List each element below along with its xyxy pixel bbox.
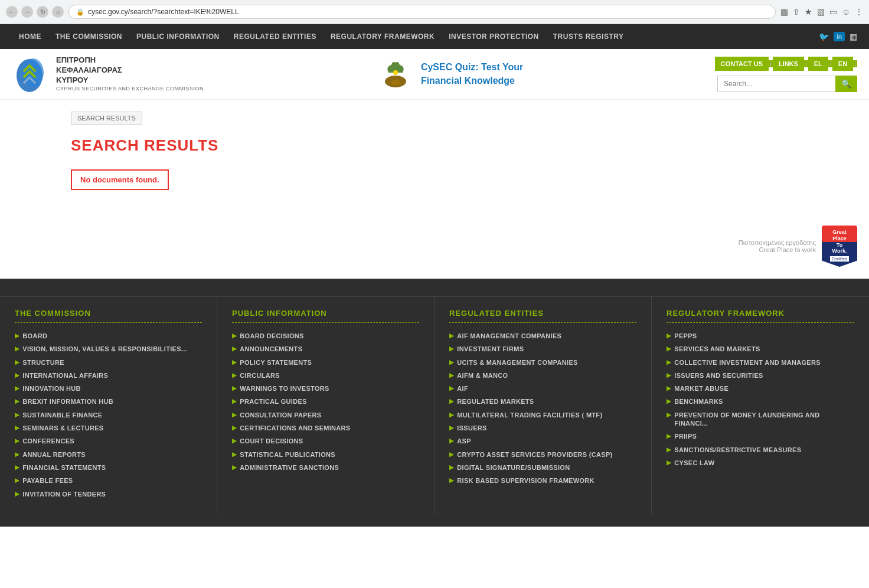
footer-link-2-9[interactable]: ▶CRYPTO ASSET SERVICES PROVIDERS (CASP) <box>449 450 636 459</box>
footer-link-3-8[interactable]: ▶SANCTIONS/RESTRICTIVE MEASURES <box>667 446 854 454</box>
logo-greek-line1: ΕΠΙΤΡΟΠΗ <box>56 55 204 66</box>
profile-icon[interactable]: ☺ <box>842 7 850 17</box>
arrow-icon: ▶ <box>667 411 671 418</box>
footer-link-2-7[interactable]: ▶ISSUERS <box>449 424 636 432</box>
footer-col-title-1: PUBLIC INFORMATION <box>232 309 419 323</box>
nav-regulatory[interactable]: REGULATORY FRAMEWORK <box>324 24 442 49</box>
footer-link-2-6[interactable]: ▶MULTILATERAL TRADING FACILITIES ( MTF) <box>449 411 636 419</box>
arrow-icon: ▶ <box>667 359 671 365</box>
footer-link-0-2[interactable]: ▶STRUCTURE <box>15 358 202 367</box>
footer-link-1-0[interactable]: ▶BOARD DECISIONS <box>232 332 419 340</box>
footer-link-3-3[interactable]: ▶ISSUERS AND SECURITIES <box>667 371 854 380</box>
footer-link-2-3[interactable]: ▶AIFM & MANCO <box>449 371 636 380</box>
footer-link-text: AIF MANAGEMENT COMPANIES <box>457 332 561 340</box>
arrow-icon: ▶ <box>232 345 237 352</box>
header-middle: CySEC Quiz: Test Your Financial Knowledg… <box>204 58 715 90</box>
separator1: | <box>769 60 773 67</box>
search-button[interactable]: 🔍 <box>835 76 857 92</box>
footer-link-0-5[interactable]: ▶BREXIT INFORMATION HUB <box>15 397 202 406</box>
arrow-icon: ▶ <box>15 345 19 352</box>
footer-link-text: CONFERENCES <box>22 437 74 445</box>
footer-link-3-6[interactable]: ▶PREVENTION OF MONEY LAUNDERING AND FINA… <box>667 411 854 428</box>
footer-link-0-3[interactable]: ▶INTERNATIONAL AFFAIRS <box>15 371 202 380</box>
home-button[interactable]: ⌂ <box>52 6 64 18</box>
footer-link-0-12[interactable]: ▶INVITATION OF TENDERS <box>15 490 202 498</box>
en-link[interactable]: EN <box>832 57 853 71</box>
footer-link-1-2[interactable]: ▶POLICY STATEMENTS <box>232 358 419 367</box>
menu-icon[interactable]: ⋮ <box>855 7 863 17</box>
footer-link-3-1[interactable]: ▶SERVICES AND MARKETS <box>667 345 854 353</box>
footer-link-text: BOARD DECISIONS <box>240 332 303 340</box>
footer-link-0-10[interactable]: ▶FINANCIAL STATEMENTS <box>15 463 202 472</box>
contact-us-link[interactable]: CONTACT US <box>715 57 769 71</box>
footer-link-2-11[interactable]: ▶RISK BASED SUPERVISION FRAMEWORK <box>449 476 636 485</box>
browser-action-icons: ▩ ⇧ ★ ▧ ▭ ☺ ⋮ <box>780 7 863 17</box>
window-icon[interactable]: ▭ <box>829 7 837 17</box>
footer-link-3-7[interactable]: ▶PRIIPS <box>667 432 854 440</box>
footer-link-0-11[interactable]: ▶PAYABLE FEES <box>15 476 202 485</box>
footer-link-1-4[interactable]: ▶WARNINGS TO INVESTORS <box>232 384 419 393</box>
search-input[interactable] <box>717 76 835 92</box>
cast-icon[interactable]: ▩ <box>780 7 788 17</box>
reload-button[interactable]: ↻ <box>37 6 48 18</box>
footer-link-3-4[interactable]: ▶MARKET ABUSE <box>667 384 854 393</box>
footer-link-2-8[interactable]: ▶ASP <box>449 437 636 445</box>
links-link[interactable]: LINKS <box>773 57 804 71</box>
browser-nav-buttons[interactable]: ← → ↻ ⌂ <box>6 6 64 18</box>
site-header: ΕΠΙΤΡΟΠΗ ΚΕΦΑΛΑΙΑΓΟΡΑΣ ΚΥΠΡΟΥ CYPRUS SEC… <box>0 49 869 100</box>
extension-icon[interactable]: ▧ <box>817 7 825 17</box>
nav-public-info[interactable]: PUBLIC INFORMATION <box>129 24 227 49</box>
footer-link-1-9[interactable]: ▶STATISTICAL PUBLICATIONS <box>232 450 419 459</box>
back-button[interactable]: ← <box>6 6 18 18</box>
footer-link-0-8[interactable]: ▶CONFERENCES <box>15 437 202 445</box>
nav-trusts[interactable]: TRUSTS REGISTRY <box>546 24 631 49</box>
footer-link-0-4[interactable]: ▶INNOVATION HUB <box>15 384 202 393</box>
bookmark-icon[interactable]: ★ <box>805 7 812 17</box>
nav-investor[interactable]: INVESTOR PROTECTION <box>442 24 546 49</box>
quiz-text[interactable]: CySEC Quiz: Test Your Financial Knowledg… <box>421 61 539 87</box>
footer-link-text: SERVICES AND MARKETS <box>674 345 760 353</box>
footer-link-2-0[interactable]: ▶AIF MANAGEMENT COMPANIES <box>449 332 636 340</box>
footer-link-0-1[interactable]: ▶VISION, MISSION, VALUES & RESPONSIBILIT… <box>15 345 202 353</box>
footer-link-1-10[interactable]: ▶ADMINISTRATIVE SANCTIONS <box>232 463 419 472</box>
footer-col-0: THE COMMISSION▶BOARD▶VISION, MISSION, VA… <box>0 297 217 515</box>
footer-link-1-1[interactable]: ▶ANNOUNCEMENTS <box>232 345 419 353</box>
footer-link-text: CIRCULARS <box>240 371 279 380</box>
footer-link-2-5[interactable]: ▶REGULATED MARKETS <box>449 397 636 406</box>
footer-link-2-10[interactable]: ▶DIGITAL SIGNATURE/SUBMISSION <box>449 463 636 472</box>
twitter-icon[interactable]: 🐦 <box>819 32 829 41</box>
footer-link-3-0[interactable]: ▶PEPPS <box>667 332 854 340</box>
footer-link-2-2[interactable]: ▶UCITS & MANAGEMENT COMPANIES <box>449 358 636 367</box>
separator2: | <box>804 60 808 67</box>
top-links: CONTACT US | LINKS | EL / EN | <box>715 57 857 71</box>
separator4: | <box>853 60 857 67</box>
address-bar[interactable]: 🔒 cysec.gov.cy/search/?searchtext=IKE%20… <box>68 5 776 19</box>
nav-home[interactable]: HOME <box>12 24 48 49</box>
arrow-icon: ▶ <box>15 477 19 484</box>
footer-link-3-9[interactable]: ▶CYSEC LAW <box>667 459 854 467</box>
footer-link-3-2[interactable]: ▶COLLECTIVE INVESTMENT AND MANAGERS <box>667 358 854 367</box>
share-icon[interactable]: ⇧ <box>793 7 800 17</box>
footer-link-1-7[interactable]: ▶CERTIFICATIONS AND SEMINARS <box>232 424 419 432</box>
footer-link-2-1[interactable]: ▶INVESTMENT FIRMS <box>449 345 636 353</box>
footer-link-0-0[interactable]: ▶BOARD <box>15 332 202 340</box>
logo-greek-line3: ΚΥΠΡΟΥ <box>56 76 204 86</box>
footer-link-0-7[interactable]: ▶SEMINARS & LECTURES <box>15 424 202 432</box>
nav-regulated[interactable]: REGULATED ENTITIES <box>227 24 324 49</box>
footer-link-text: DIGITAL SIGNATURE/SUBMISSION <box>457 463 570 472</box>
footer-link-1-8[interactable]: ▶COURT DECISIONS <box>232 437 419 445</box>
footer-link-1-6[interactable]: ▶CONSULTATION PAPERS <box>232 411 419 419</box>
arrow-icon: ▶ <box>449 411 454 418</box>
forward-button[interactable]: → <box>21 6 33 18</box>
el-link[interactable]: EL <box>808 57 828 71</box>
footer-link-1-5[interactable]: ▶PRACTICAL GUIDES <box>232 397 419 406</box>
footer-link-3-5[interactable]: ▶BENCHMARKS <box>667 397 854 406</box>
linkedin-icon[interactable]: in <box>834 32 845 41</box>
footer-link-2-4[interactable]: ▶AIF <box>449 384 636 393</box>
svg-point-1 <box>22 58 44 87</box>
rss-icon[interactable]: ▦ <box>850 32 857 41</box>
footer-link-1-3[interactable]: ▶CIRCULARS <box>232 371 419 380</box>
nav-commission[interactable]: THE COMMISSION <box>48 24 129 49</box>
footer-link-0-6[interactable]: ▶SUSTAINABLE FINANCE <box>15 411 202 419</box>
footer-link-0-9[interactable]: ▶ANNUAL REPORTS <box>15 450 202 459</box>
